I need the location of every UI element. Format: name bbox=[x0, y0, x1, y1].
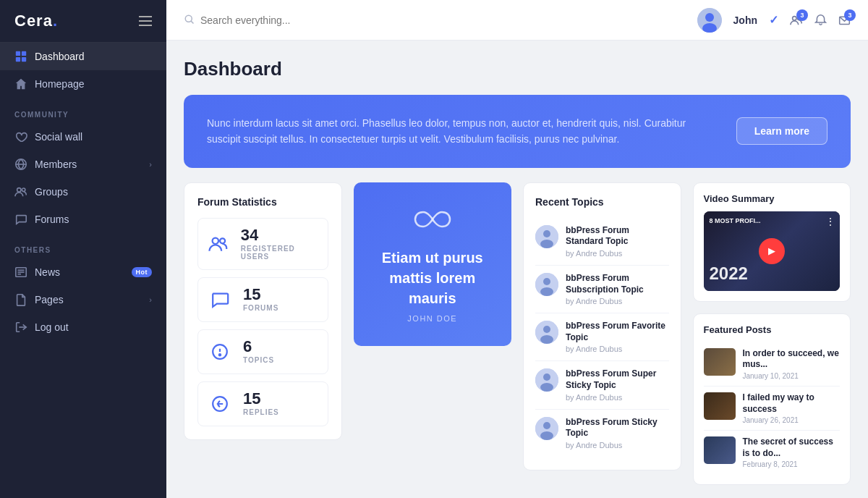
featured-info: The secret of success is to do... Februa… bbox=[743, 436, 841, 468]
users-icon bbox=[14, 185, 27, 198]
mail-icon-btn[interactable]: 3 bbox=[838, 14, 851, 26]
sidebar-item-dashboard[interactable]: Dashboard bbox=[0, 43, 166, 70]
featured-date: February 8, 2021 bbox=[743, 460, 841, 468]
featured-name: In order to succeed, we mus... bbox=[743, 348, 841, 371]
people-icon-btn[interactable]: 3 bbox=[790, 14, 803, 27]
svg-point-21 bbox=[220, 238, 225, 243]
svg-point-20 bbox=[213, 237, 218, 243]
svg-point-36 bbox=[543, 374, 550, 381]
featured-item[interactable]: In order to succeed, we mus... January 1… bbox=[704, 342, 841, 387]
dashboard-content: Dashboard Nunc interdum lacus sit amet o… bbox=[166, 41, 868, 498]
sidebar-item-groups[interactable]: Groups bbox=[0, 178, 166, 206]
svg-line-13 bbox=[191, 21, 193, 23]
topic-by: by Andre Dubus bbox=[566, 441, 669, 450]
banner: Nunc interdum lacus sit amet orci. Phase… bbox=[184, 95, 851, 168]
sidebar-item-forums[interactable]: Forums bbox=[0, 206, 166, 233]
svg-point-24 bbox=[219, 354, 221, 355]
featured-name: The secret of success is to do... bbox=[743, 436, 841, 459]
others-section-label: OTHERS bbox=[0, 233, 166, 258]
video-summary-card: Video Summary 8 MOST PROFI... 2022 ▶ ⋮ ▶… bbox=[693, 182, 851, 302]
topic-name: bbPress Forum Standard Topic bbox=[566, 225, 669, 248]
header-actions: John ✓ 3 3 bbox=[697, 8, 851, 33]
stat-row-topics: 6 TOPICS bbox=[197, 329, 328, 374]
stat-row-forums: 15 FORUMS bbox=[197, 277, 328, 322]
logo-text: Cera. bbox=[14, 12, 58, 30]
topic-item: bbPress Forum Sticky Topic by Andre Dubu… bbox=[535, 410, 669, 457]
topic-item: bbPress Forum Favorite Topic by Andre Du… bbox=[535, 313, 669, 361]
svg-point-5 bbox=[17, 188, 21, 192]
sidebar-item-pages[interactable]: Pages › bbox=[0, 286, 166, 313]
infinity-icon bbox=[414, 206, 451, 236]
stat-label-replies: REPLIES bbox=[243, 408, 279, 416]
svg-point-27 bbox=[543, 230, 550, 237]
topic-by: by Andre Dubus bbox=[566, 249, 669, 258]
community-section-label: COMMUNITY bbox=[0, 98, 166, 123]
video-menu-icon[interactable]: ⋮ bbox=[825, 216, 835, 227]
topic-by: by Andre Dubus bbox=[566, 345, 669, 353]
search-wrap bbox=[184, 14, 686, 27]
sidebar-item-label: Social wall bbox=[35, 131, 82, 143]
svg-point-33 bbox=[543, 326, 550, 333]
topic-info: bbPress Forum Subscription Topic by Andr… bbox=[566, 273, 669, 305]
video-player: 8 MOST PROFI... 2022 ▶ ⋮ ▶ 00:00 10:49 🔇… bbox=[704, 211, 841, 291]
svg-point-12 bbox=[185, 15, 192, 22]
video-overlay-text: 8 MOST PROFI... bbox=[710, 217, 761, 226]
svg-point-31 bbox=[540, 287, 553, 296]
stat-label-forums: FORUMS bbox=[243, 304, 278, 312]
stat-row-replies: 15 REPLIES bbox=[197, 381, 328, 426]
learn-more-button[interactable]: Learn more bbox=[736, 117, 827, 145]
featured-posts-card: Featured Posts In order to succeed, we m… bbox=[693, 313, 851, 486]
sidebar-item-social-wall[interactable]: Social wall bbox=[0, 123, 166, 151]
main-wrap: John ✓ 3 3 Dashboard Nunc interdum lacus… bbox=[166, 0, 868, 498]
topics-stat-icon bbox=[207, 339, 233, 365]
topic-avatar bbox=[535, 368, 558, 392]
topic-by: by Andre Dubus bbox=[566, 393, 669, 402]
stat-number-users: 34 bbox=[241, 227, 319, 243]
svg-point-34 bbox=[540, 335, 553, 344]
stat-label-topics: TOPICS bbox=[243, 356, 274, 364]
video-thumbnail: 8 MOST PROFI... 2022 ▶ ⋮ bbox=[704, 211, 841, 291]
sidebar-item-label: Pages bbox=[35, 294, 64, 305]
sidebar-item-label: Forums bbox=[35, 214, 69, 225]
svg-point-37 bbox=[540, 383, 553, 392]
sidebar-item-logout[interactable]: Log out bbox=[0, 313, 166, 341]
forum-stats-card: Forum Statistics 34 REGISTERED USERS bbox=[184, 182, 342, 440]
home-icon bbox=[14, 77, 27, 90]
featured-item[interactable]: The secret of success is to do... Februa… bbox=[704, 431, 841, 474]
topic-item: bbPress Forum Standard Topic by Andre Du… bbox=[535, 218, 669, 266]
sidebar-item-homepage[interactable]: Homepage bbox=[0, 70, 166, 98]
svg-point-17 bbox=[793, 16, 796, 20]
topic-info: bbPress Forum Super Sticky Topic by Andr… bbox=[566, 368, 669, 401]
sidebar-item-news[interactable]: News Hot bbox=[0, 258, 166, 286]
topic-name: bbPress Forum Favorite Topic bbox=[566, 321, 669, 343]
sidebar-item-label: Log out bbox=[35, 321, 69, 333]
svg-point-39 bbox=[543, 422, 550, 429]
newspaper-icon bbox=[14, 266, 27, 279]
featured-item[interactable]: I failed my way to success January 26, 2… bbox=[704, 387, 841, 431]
svg-rect-3 bbox=[22, 57, 26, 62]
bell-icon-btn[interactable] bbox=[814, 14, 827, 26]
topic-name: bbPress Forum Super Sticky Topic bbox=[566, 368, 669, 391]
featured-thumb bbox=[704, 348, 736, 376]
chevron-right-icon: › bbox=[149, 295, 152, 304]
featured-date: January 10, 2021 bbox=[743, 372, 841, 380]
play-button[interactable]: ▶ bbox=[759, 238, 785, 264]
stat-label-users: REGISTERED USERS bbox=[241, 245, 319, 261]
sidebar-item-members[interactable]: Members › bbox=[0, 151, 166, 178]
check-icon: ✓ bbox=[769, 13, 778, 27]
hamburger-icon[interactable] bbox=[139, 16, 152, 26]
topic-name: bbPress Forum Sticky Topic bbox=[566, 417, 669, 439]
svg-point-30 bbox=[543, 278, 550, 285]
search-input[interactable] bbox=[200, 14, 686, 26]
topic-item: bbPress Forum Subscription Topic by Andr… bbox=[535, 266, 669, 313]
featured-list: In order to succeed, we mus... January 1… bbox=[704, 342, 841, 475]
featured-info: In order to succeed, we mus... January 1… bbox=[743, 348, 841, 380]
sidebar-logo-area: Cera. bbox=[0, 0, 166, 43]
forum-stats-title: Forum Statistics bbox=[197, 196, 328, 208]
topic-info: bbPress Forum Standard Topic by Andre Du… bbox=[566, 225, 669, 258]
users-stat-icon bbox=[207, 231, 231, 257]
people-badge: 3 bbox=[796, 9, 808, 21]
svg-point-28 bbox=[540, 240, 553, 248]
stat-number-replies: 15 bbox=[243, 391, 279, 407]
featured-date: January 26, 2021 bbox=[743, 416, 841, 424]
